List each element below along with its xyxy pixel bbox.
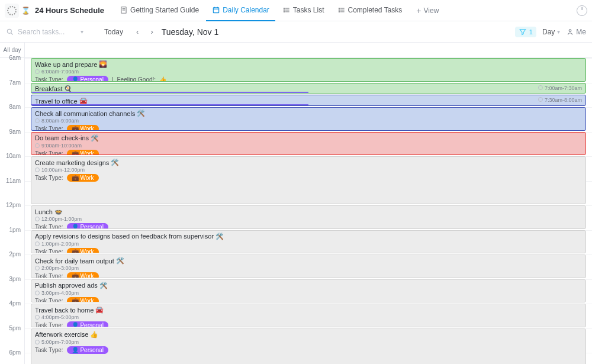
task-type-label: Task Type: <box>35 224 63 229</box>
me-filter-button[interactable]: Me <box>566 28 586 36</box>
allday-row[interactable] <box>25 43 592 58</box>
event-emoji-icon: 🌄 <box>99 60 107 68</box>
task-type-badge: 👤 Personal <box>67 223 108 229</box>
calendar-event[interactable]: Wake up and prepare 🌄 6:00am-7:00amTask … <box>31 58 586 82</box>
event-title: Apply revisions to designs based on feed… <box>35 233 582 240</box>
add-view-button[interactable]: + View <box>410 6 445 15</box>
search-wrap: ▾ <box>6 28 95 36</box>
topbar: ⌛ 24 Hours Schedule Getting Started Guid… <box>0 0 592 21</box>
task-type-label: Task Type: <box>35 150 63 156</box>
hour-label: 7am <box>9 79 21 86</box>
event-title: Wake up and prepare 🌄 <box>35 60 582 68</box>
task-type-badge: 💼 Work <box>67 297 99 303</box>
search-input[interactable] <box>18 28 77 36</box>
calendar-event[interactable]: Travel back to home 🚘 4:00pm-5:00pmTask … <box>31 304 586 327</box>
clock-icon <box>35 291 40 295</box>
me-label: Me <box>576 28 586 36</box>
search-icon <box>6 28 14 36</box>
tab-label: Getting Started Guide <box>130 6 199 14</box>
event-time: 12:00pm-1:00pm <box>35 216 582 222</box>
event-time: 10:00am-12:00pm <box>35 167 582 173</box>
clock-icon <box>35 217 40 221</box>
filter-icon <box>519 28 527 36</box>
calendar-event[interactable]: Breakfast 🍳 7:00am-7:30am <box>31 83 586 94</box>
hour-label: 9am <box>9 128 21 135</box>
tab-label: Daily Calendar <box>223 6 269 14</box>
chevron-down-icon[interactable]: ▾ <box>81 28 83 35</box>
hour-label: 8am <box>9 104 21 110</box>
event-title: Check for daily team output 🛠️ <box>35 257 582 265</box>
task-type-label: Task Type: <box>35 322 63 327</box>
calendar-event[interactable]: Check all communication channels 🛠️ 8:00… <box>31 107 586 131</box>
task-type-badge: 👤 Personal <box>67 321 108 327</box>
event-meta: Task Type: 👤 Personal <box>35 223 582 229</box>
event-time: 4:00pm-5:00pm <box>35 314 582 320</box>
event-emoji-icon: 🛠️ <box>99 282 108 289</box>
task-type-badge: 💼 Work <box>67 150 99 156</box>
calendar: All day 6am7am8am9am10am11am12pm1pm2pm3p… <box>0 43 592 364</box>
person-icon <box>566 28 574 36</box>
stopwatch-icon[interactable] <box>577 5 587 16</box>
progress-bar <box>31 92 308 93</box>
toolbar-right: 1 Day ▾ Me <box>515 27 586 37</box>
tab-getting-started-guide[interactable]: Getting Started Guide <box>114 0 205 21</box>
hour-label: 4pm <box>9 300 21 307</box>
event-meta: Task Type: 💼 Work <box>35 150 582 156</box>
svg-line-20 <box>11 33 13 34</box>
tab-completed-tasks[interactable]: Completed Tasks <box>332 0 408 21</box>
prev-day-button[interactable]: ‹ <box>133 27 142 36</box>
loading-circle-icon <box>7 6 17 15</box>
event-emoji-icon: 🛠️ <box>111 159 119 166</box>
event-meta: Task Type: 👤 Personal <box>35 346 582 354</box>
hour-label: 12pm <box>6 202 21 208</box>
page-title: 24 Hours Schedule <box>35 6 104 15</box>
clock-icon <box>35 241 40 246</box>
filter-button[interactable]: 1 <box>515 27 536 37</box>
event-emoji-icon: 🛠️ <box>215 233 224 240</box>
task-type-badge: 👤 Personal <box>67 76 108 82</box>
extra-field-label: Feeling Good!: <box>117 76 156 82</box>
calendar-event[interactable]: Apply revisions to designs based on feed… <box>31 230 586 254</box>
app-icon[interactable] <box>5 4 19 18</box>
event-time: 5:00pm-7:00pm <box>35 339 582 345</box>
event-meta: Task Type: 💼 Work <box>35 125 582 131</box>
tab-label: Completed Tasks <box>348 6 403 14</box>
calendar-event[interactable]: Do team check-ins 🛠️ 9:00am-10:00amTask … <box>31 132 586 156</box>
event-meta: Task Type: 👤 Personal | Feeling Good!: 👍 <box>35 76 582 82</box>
calendar-event[interactable]: Afterwork exercise 👍 5:00pm-7:00pmTask T… <box>31 328 586 365</box>
hour-label: 5pm <box>9 325 21 331</box>
topbar-right <box>577 5 587 16</box>
svg-point-17 <box>339 9 339 10</box>
calendar-event[interactable]: Travel to office 🚘 7:30am-8:00am <box>31 95 586 106</box>
calendar-event[interactable]: Publish approved ads 🛠️ 3:00pm-4:00pmTas… <box>31 279 586 303</box>
hour-label: 6pm <box>9 349 21 356</box>
svg-point-21 <box>570 29 572 31</box>
tab-tasks-list[interactable]: Tasks List <box>276 0 330 21</box>
calendar-event[interactable]: Check for daily team output 🛠️ 2:00pm-3:… <box>31 255 586 278</box>
tab-daily-calendar[interactable]: Daily Calendar <box>206 0 275 21</box>
svg-rect-3 <box>213 7 218 12</box>
add-view-label: View <box>424 7 439 15</box>
hour-label: 2pm <box>9 251 21 257</box>
event-time: 7:00am-7:30am <box>538 85 582 91</box>
event-meta: Task Type: 👤 Personal <box>35 321 582 327</box>
event-meta: Task Type: 💼 Work <box>35 297 582 303</box>
clock-icon <box>35 118 40 123</box>
range-selector[interactable]: Day ▾ <box>542 28 560 36</box>
svg-point-12 <box>284 11 284 12</box>
event-time: 6:00am-7:00am <box>35 69 582 75</box>
event-time: 2:00pm-3:00pm <box>35 265 582 271</box>
event-emoji-icon: 🛠️ <box>91 134 99 142</box>
task-type-badge: 💼 Work <box>67 248 99 254</box>
calendar-event[interactable]: Lunch 🍲 12:00pm-1:00pmTask Type: 👤 Perso… <box>31 205 586 229</box>
calendar-event[interactable]: Create marketing designs 🛠️ 10:00am-12:0… <box>31 156 586 204</box>
task-type-label: Task Type: <box>35 273 63 278</box>
view-tabs: Getting Started GuideDaily CalendarTasks… <box>114 0 408 21</box>
event-emoji-icon: 🚘 <box>95 306 104 314</box>
hour-label: 3pm <box>9 276 21 282</box>
today-button[interactable]: Today <box>99 28 128 36</box>
divider: | <box>112 76 114 82</box>
next-day-button[interactable]: › <box>147 27 156 36</box>
task-type-label: Task Type: <box>35 347 63 353</box>
svg-point-18 <box>339 11 339 12</box>
